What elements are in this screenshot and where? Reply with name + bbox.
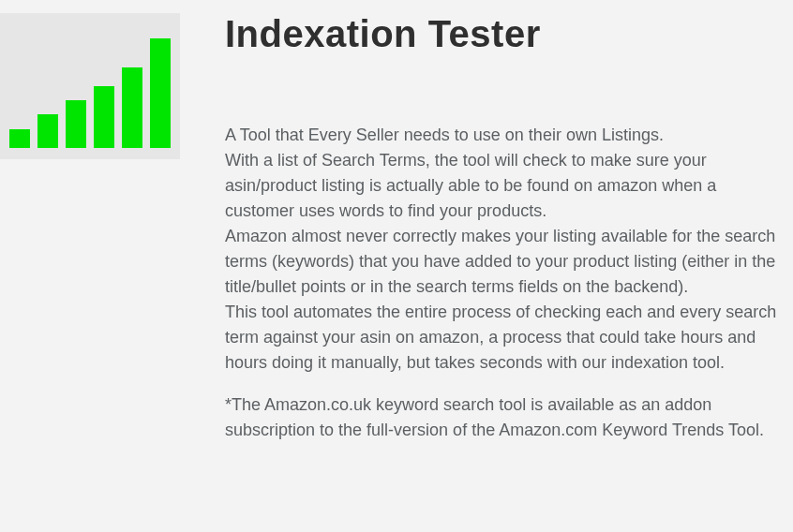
chart-bar <box>94 86 114 148</box>
body-paragraph: A Tool that Every Seller needs to use on… <box>225 123 784 148</box>
body-paragraph: Amazon almost never correctly makes your… <box>225 224 784 300</box>
chart-bar <box>150 38 171 148</box>
main-container: Indexation Tester A Tool that Every Sell… <box>0 13 793 443</box>
page-title: Indexation Tester <box>225 13 784 55</box>
body-footnote: *The Amazon.co.uk keyword search tool is… <box>225 392 784 443</box>
body-paragraph: This tool automates the entire process o… <box>225 300 784 376</box>
chart-bar <box>37 114 58 148</box>
content-column: Indexation Tester A Tool that Every Sell… <box>225 13 793 443</box>
body-paragraph: With a list of Search Terms, the tool wi… <box>225 148 784 224</box>
bar-chart-icon <box>0 13 180 159</box>
chart-bar <box>122 67 142 148</box>
chart-bar <box>66 100 86 148</box>
chart-bar <box>9 129 30 148</box>
